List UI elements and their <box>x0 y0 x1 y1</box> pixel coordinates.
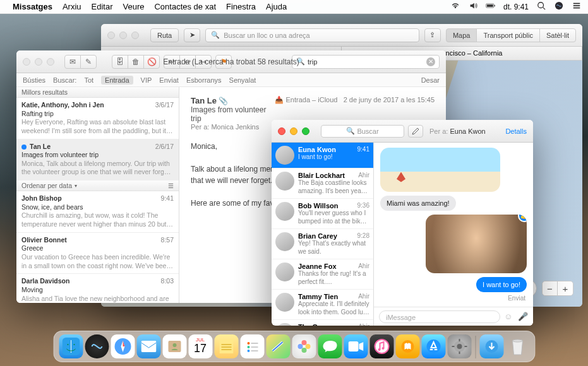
dock-safari-icon[interactable] <box>111 334 135 358</box>
compose-message-button[interactable] <box>408 125 423 138</box>
conversation-row[interactable]: Blair LockhartAhirThe Baja coastline loo… <box>272 168 373 199</box>
dock-mail-icon[interactable] <box>136 334 160 358</box>
close-button[interactable] <box>23 58 30 66</box>
chat-input[interactable]: iMessage <box>379 310 500 323</box>
maximize-button[interactable] <box>47 58 54 66</box>
dock-messages-icon[interactable] <box>318 334 342 358</box>
minimize-button[interactable] <box>119 32 127 39</box>
dock-ibooks-icon[interactable] <box>395 334 419 358</box>
maximize-button[interactable] <box>302 127 309 135</box>
volume-icon[interactable] <box>468 1 478 12</box>
dock-photos-icon[interactable] <box>292 334 316 358</box>
mail-list-row[interactable]: Katie, Anthony, John i Jen3/6/17Rafting … <box>16 98 179 139</box>
notification-center-icon[interactable] <box>572 1 582 12</box>
menu-help[interactable]: Ajuda <box>266 2 287 11</box>
conversation-row[interactable]: Euna Kwon9:41I want to go! <box>272 143 373 168</box>
menu-view[interactable]: Veure <box>123 2 144 11</box>
forward-button[interactable]: ↪ <box>195 55 212 69</box>
menu-app[interactable]: Missatges <box>13 2 52 11</box>
thumbs-up-tapback-icon[interactable]: 👍 <box>518 215 527 222</box>
conversation-row[interactable]: Jeanne FoxAhirThanks for the rug! It's a… <box>272 259 373 290</box>
dock-notes-icon[interactable] <box>214 334 238 358</box>
dock-contacts-icon[interactable] <box>162 334 186 358</box>
dock-facetime-icon[interactable] <box>344 334 368 358</box>
chat-image-attachment[interactable] <box>380 148 500 192</box>
sort-header[interactable]: Ordenar per data▾☰ <box>16 180 179 191</box>
dock-trash-icon[interactable] <box>505 334 529 358</box>
conversation-row[interactable]: The GuysAhirIf you're casting into clear… <box>272 320 373 326</box>
fav-inbox[interactable]: Entrada <box>101 76 133 85</box>
filter-icon[interactable]: ☰ <box>168 180 174 191</box>
get-mail-button[interactable]: ✉ <box>64 55 81 69</box>
fav-vip[interactable]: VIP <box>141 76 152 84</box>
svg-marker-34 <box>359 342 363 351</box>
mail-list-row[interactable]: John Bishop9:41Snow, ice, and bearsChurc… <box>16 191 179 233</box>
menu-file[interactable]: Arxiu <box>63 2 81 11</box>
close-button[interactable] <box>278 127 285 135</box>
dock-calendar-icon[interactable]: JUL17 <box>188 334 212 358</box>
mail-list-row[interactable]: Tan Le2/6/17Images from volunteer tripMo… <box>16 139 179 181</box>
dock-preferences-icon[interactable] <box>447 334 471 358</box>
reply-all-button[interactable]: ↩ <box>179 55 196 69</box>
flag-button[interactable]: ⚑ <box>215 55 232 69</box>
current-location-button[interactable]: ➤ <box>184 28 200 42</box>
menu-edit[interactable]: Editar <box>92 2 113 11</box>
microphone-icon[interactable]: 🎤 <box>518 312 528 322</box>
maps-search-input[interactable]: 🔍 Buscar un lloc o una adreça <box>205 28 419 42</box>
messages-window: 🔍 Buscar Per a: Euna Kwon Detalls Euna K… <box>272 120 533 326</box>
dock-downloads-icon[interactable] <box>479 334 503 358</box>
fav-drafts[interactable]: Esborranys <box>186 76 222 84</box>
close-button[interactable] <box>107 32 115 39</box>
junk-button[interactable]: 🚫 <box>143 55 160 69</box>
svg-point-23 <box>247 342 249 345</box>
spotlight-icon[interactable] <box>536 1 546 12</box>
segment-transit[interactable]: Transport públic <box>476 28 539 42</box>
search-icon: 🔍 <box>211 31 220 39</box>
conversation-row[interactable]: Bob Willson9:36You'll never guess who I … <box>272 199 373 229</box>
dock-maps-icon[interactable] <box>266 334 290 358</box>
clock[interactable]: dt. 9:41 <box>503 3 529 11</box>
maximize-button[interactable] <box>131 32 139 39</box>
chevron-down-icon: ▾ <box>75 180 77 191</box>
fav-flagged[interactable]: Senyalat <box>229 76 256 84</box>
emoji-icon[interactable]: ☺ <box>504 312 514 322</box>
window-controls <box>23 58 54 66</box>
fav-save[interactable]: Desar <box>421 76 440 84</box>
siri-icon[interactable] <box>554 1 564 12</box>
segment-satellite[interactable]: Satèl·lit <box>539 28 576 42</box>
conversation-row[interactable]: Brian Carey9:28Yep! That's exactly what … <box>272 229 373 259</box>
chat-image-attachment[interactable]: 👍 <box>426 215 527 273</box>
mail-list-row[interactable]: Olivier Bonnet8:57GreeceOur vacation to … <box>16 233 179 274</box>
zoom-in-button[interactable]: + <box>558 281 573 295</box>
share-button[interactable]: ⇪ <box>424 28 441 42</box>
zoom-out-button[interactable]: − <box>543 281 558 295</box>
minimize-button[interactable] <box>35 58 42 66</box>
clear-search-button[interactable]: ✕ <box>426 57 435 66</box>
wifi-icon[interactable] <box>450 1 460 12</box>
conversation-row[interactable]: Tammy TienAhirAppreciate it. I'll defini… <box>272 290 373 320</box>
dock-reminders-icon[interactable] <box>240 334 264 358</box>
delete-button[interactable]: 🗑 <box>128 55 144 69</box>
battery-icon[interactable] <box>486 1 496 12</box>
mail-search-input[interactable]: 🔍 trip ✕ <box>292 55 440 69</box>
archive-button[interactable]: 🗄 <box>112 55 128 69</box>
dock-itunes-icon[interactable] <box>369 334 393 358</box>
mail-list-row[interactable]: Darla Davidson8:03MovingAlisha and Tia l… <box>16 274 179 303</box>
messages-search-input[interactable]: 🔍 Buscar <box>321 125 404 138</box>
route-button[interactable]: Ruta <box>150 28 179 42</box>
menu-window[interactable]: Finestra <box>226 2 256 11</box>
svg-rect-1 <box>495 5 495 6</box>
fav-sent[interactable]: Enviat <box>159 76 179 84</box>
fav-mailboxes[interactable]: Bústies <box>23 76 45 84</box>
segment-map[interactable]: Mapa <box>446 28 477 42</box>
menu-contacts[interactable]: Contactes de xat <box>154 2 216 11</box>
dock-finder-icon[interactable] <box>59 334 83 358</box>
mail-search-value: trip <box>308 58 317 66</box>
minimize-button[interactable] <box>290 127 297 135</box>
compose-button[interactable]: ✎ <box>80 55 97 69</box>
dock-siri-icon[interactable] <box>85 334 109 358</box>
dock-appstore-icon[interactable] <box>421 334 445 358</box>
details-button[interactable]: Detalls <box>505 127 527 135</box>
fav-all[interactable]: Tot <box>84 76 93 84</box>
reply-button[interactable]: ↩ <box>164 55 180 69</box>
